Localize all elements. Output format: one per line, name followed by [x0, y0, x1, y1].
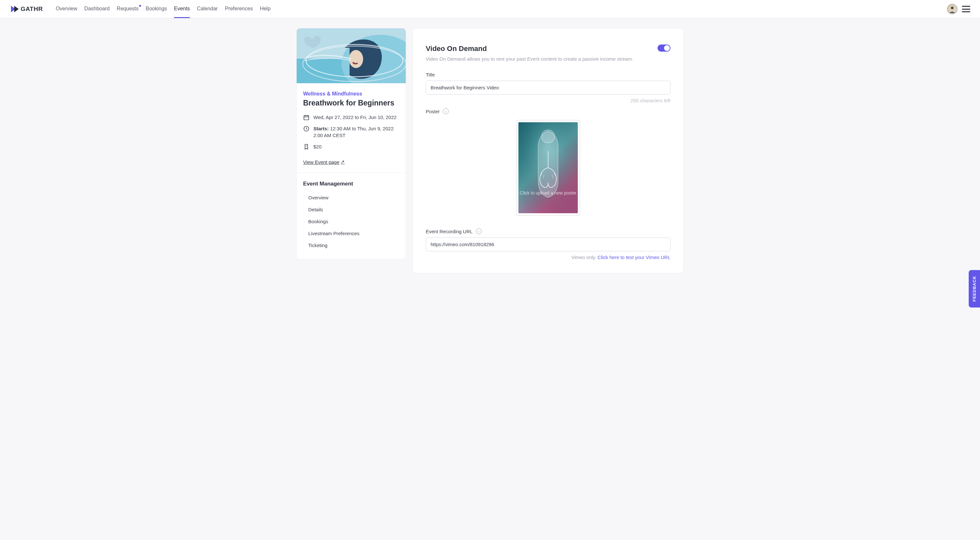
- event-sidebar: Wellness & Mindfulness Breathwork for Be…: [296, 28, 406, 259]
- event-date-text: Wed, Apr 27, 2022 to Fri, Jun 10, 2022: [313, 114, 396, 121]
- page-container: Wellness & Mindfulness Breathwork for Be…: [296, 18, 684, 283]
- nav-item-dashboard[interactable]: Dashboard: [84, 0, 110, 18]
- title-char-count: 250 characters left: [426, 98, 670, 103]
- notification-dot-icon: [139, 5, 141, 7]
- info-icon[interactable]: i: [476, 229, 482, 234]
- title-input[interactable]: [426, 81, 670, 95]
- recording-url-input[interactable]: [426, 237, 670, 251]
- nav-item-requests[interactable]: Requests: [117, 0, 139, 18]
- hamburger-menu-icon[interactable]: [962, 6, 970, 12]
- vod-toggle[interactable]: [657, 44, 670, 52]
- event-price-text: $20: [313, 143, 321, 150]
- view-event-page-link[interactable]: View Event page ↗: [303, 159, 345, 165]
- external-link-icon: ↗: [340, 159, 345, 165]
- svg-point-0: [951, 6, 954, 10]
- management-item-details[interactable]: Details: [303, 203, 399, 216]
- avatar[interactable]: [947, 4, 958, 14]
- main-nav: OverviewDashboardRequestsBookingsEventsC…: [56, 0, 270, 18]
- management-item-bookings[interactable]: Bookings: [303, 216, 399, 227]
- logo-icon: [10, 5, 19, 13]
- sidebar-divider: [297, 173, 406, 173]
- info-icon[interactable]: i: [443, 108, 449, 114]
- poster-label: Poster i: [426, 108, 670, 114]
- poster-wrap: Click to upload a new poster: [426, 120, 670, 216]
- main-panel: Video On Demand Video On Demand allows y…: [412, 28, 684, 273]
- calendar-icon: [303, 114, 310, 121]
- svg-point-14: [542, 130, 555, 143]
- ticket-icon: [303, 143, 310, 150]
- section-title: Video On Demand: [426, 44, 487, 53]
- event-category[interactable]: Wellness & Mindfulness: [303, 91, 399, 97]
- poster-overlay-text: Click to upload a new poster: [519, 190, 578, 196]
- nav-item-preferences[interactable]: Preferences: [225, 0, 253, 18]
- poster-image: Click to upload a new poster: [519, 122, 578, 213]
- section-head: Video On Demand: [426, 44, 670, 53]
- management-item-ticketing[interactable]: Ticketing: [303, 239, 399, 251]
- nav-item-events[interactable]: Events: [174, 0, 190, 18]
- management-item-livestream-preferences[interactable]: Livestream Preferences: [303, 227, 399, 239]
- event-price-row: $20: [303, 143, 399, 150]
- svg-point-12: [306, 146, 307, 146]
- poster-upload[interactable]: Click to upload a new poster: [516, 120, 580, 216]
- nav-item-calendar[interactable]: Calendar: [197, 0, 218, 18]
- header-right: [947, 4, 970, 14]
- event-hero-image: [297, 29, 406, 83]
- event-management-list: OverviewDetailsBookingsLivestream Prefer…: [303, 192, 399, 251]
- sidebar-body: Wellness & Mindfulness Breathwork for Be…: [297, 83, 406, 259]
- svg-rect-7: [304, 116, 309, 120]
- vimeo-hint: Vimeo only. Click here to test your Vime…: [426, 254, 670, 260]
- brand-logo[interactable]: GATHR: [10, 5, 43, 13]
- nav-item-overview[interactable]: Overview: [56, 0, 78, 18]
- title-label: Title: [426, 72, 670, 78]
- nav-item-bookings[interactable]: Bookings: [146, 0, 167, 18]
- feedback-tab[interactable]: FEEDBACK: [969, 270, 980, 283]
- nav-item-help[interactable]: Help: [260, 0, 270, 18]
- brand-name: GATHR: [21, 5, 43, 13]
- event-title: Breathwork for Beginners: [303, 99, 399, 107]
- header-left: GATHR OverviewDashboardRequestsBookingsE…: [10, 0, 270, 18]
- event-management-heading: Event Management: [303, 181, 399, 187]
- event-time-row: Starts: 12:30 AM to Thu, Jun 9, 2022 2:0…: [303, 125, 399, 139]
- management-item-overview[interactable]: Overview: [303, 192, 399, 203]
- top-nav: GATHR OverviewDashboardRequestsBookingsE…: [0, 0, 980, 18]
- test-vimeo-url-link[interactable]: Click here to test your Vimeo URL: [598, 254, 670, 260]
- section-subtitle: Video On Demand allows you to rent your …: [426, 56, 652, 62]
- avatar-icon: [948, 4, 957, 14]
- clock-icon: [303, 125, 310, 132]
- recording-url-label: Event Recording URL i: [426, 229, 670, 234]
- event-date-row: Wed, Apr 27, 2022 to Fri, Jun 10, 2022: [303, 114, 399, 121]
- event-time-text: Starts: 12:30 AM to Thu, Jun 9, 2022 2:0…: [313, 125, 399, 139]
